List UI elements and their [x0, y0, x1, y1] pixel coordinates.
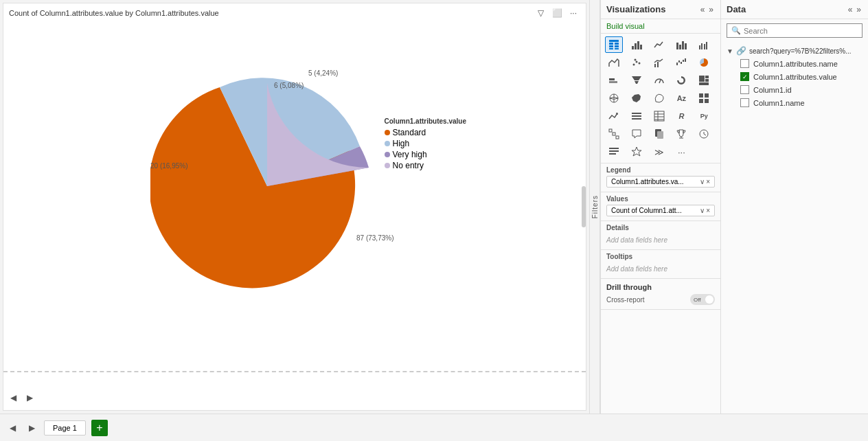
- viz-icon-gauge[interactable]: [650, 72, 668, 89]
- svg-point-21: [638, 63, 640, 65]
- viz-icon-area[interactable]: [605, 54, 623, 71]
- viz-icon-table[interactable]: [605, 36, 623, 53]
- tree-item-label-col1-attr-value: Column1.attributes.value: [753, 73, 837, 81]
- viz-tooltips-section: Tooltips Add data fields here: [601, 250, 720, 279]
- viz-icon-donut[interactable]: [672, 72, 690, 89]
- viz-icon-matrix[interactable]: [695, 90, 713, 106]
- viz-icon-more-visuals[interactable]: ···: [672, 144, 690, 160]
- svg-marker-33: [635, 81, 639, 84]
- search-input[interactable]: [744, 27, 858, 35]
- svg-line-34: [659, 80, 661, 83]
- viz-icon-chevrons[interactable]: ≫: [650, 144, 668, 160]
- checkbox-col1-attr-name[interactable]: [740, 59, 749, 68]
- viz-icon-map[interactable]: [605, 90, 623, 106]
- svg-point-22: [634, 59, 636, 61]
- bottom-nav-prev[interactable]: ◀: [5, 421, 19, 435]
- viz-icon-trophy[interactable]: [672, 126, 690, 142]
- values-chip[interactable]: Count of Column1.att... ∨ ×: [606, 205, 715, 216]
- label-high: 20 (16,95%): [150, 162, 187, 170]
- viz-icon-combo[interactable]: [650, 54, 668, 71]
- viz-icon-waterfall[interactable]: [672, 54, 690, 71]
- canvas-area: Count of Column1.attributes.value by Col…: [3, 3, 586, 411]
- viz-icon-qna[interactable]: [628, 126, 646, 142]
- tree-item-label-col1-attr-name: Column1.attributes.name: [753, 60, 838, 68]
- viz-icon-decomp[interactable]: [605, 126, 623, 142]
- bottom-nav-next[interactable]: ▶: [25, 421, 38, 435]
- legend-chip-dropdown[interactable]: ∨: [700, 178, 705, 185]
- legend-section-label: Legend: [606, 166, 715, 174]
- search-box[interactable]: 🔍: [727, 23, 863, 38]
- page-tab-1[interactable]: Page 1: [44, 420, 86, 436]
- viz-icon-narr[interactable]: [605, 144, 623, 160]
- add-page-button[interactable]: +: [91, 420, 108, 436]
- viz-icon-r[interactable]: R: [672, 108, 690, 124]
- tree-item-col1-attr-name[interactable]: Column1.attributes.name: [738, 57, 863, 70]
- svg-rect-4: [615, 45, 619, 47]
- viz-icon-shape-map[interactable]: [650, 90, 668, 106]
- legend-label-veryhigh: Very high: [393, 150, 427, 159]
- tree-item-col1-attr-value[interactable]: Column1.attributes.value: [738, 70, 863, 83]
- viz-icon-bar[interactable]: [628, 36, 646, 53]
- viz-icon-py[interactable]: Py: [695, 108, 713, 124]
- viz-panel-title: Visualizations: [606, 4, 665, 14]
- viz-icon-kpi[interactable]: [605, 108, 623, 124]
- viz-icon-stacked-bar[interactable]: [605, 72, 623, 89]
- tree-root[interactable]: ▼ 🔗 search?query=%7B%22filters%...: [727, 45, 863, 57]
- viz-icon-slicer[interactable]: [628, 108, 646, 124]
- svg-rect-36: [705, 76, 709, 78]
- cross-report-toggle[interactable]: Off: [690, 294, 715, 305]
- svg-rect-54: [609, 129, 612, 132]
- data-tree: ▼ 🔗 search?query=%7B%22filters%... Colum…: [721, 42, 868, 414]
- svg-rect-44: [699, 99, 703, 103]
- viz-icon-table2[interactable]: [650, 108, 668, 124]
- svg-rect-42: [699, 93, 703, 98]
- tooltips-section-label: Tooltips: [606, 253, 715, 260]
- viz-icon-column[interactable]: [672, 36, 690, 53]
- scroll-handle[interactable]: [582, 186, 586, 227]
- nav-prev[interactable]: ◀: [6, 391, 20, 405]
- viz-icon-scatter[interactable]: [628, 54, 646, 71]
- details-placeholder: Add data fields here: [606, 234, 715, 247]
- legend-item-high: High: [385, 139, 466, 148]
- details-section-label: Details: [606, 224, 715, 231]
- viz-icon-treemap[interactable]: [695, 72, 713, 89]
- legend-chip[interactable]: Column1.attributes.va... ∨ ×: [606, 176, 715, 188]
- data-panel: Data « » 🔍 ▼ 🔗 search?query=%7B%22filter…: [720, 0, 868, 414]
- legend-chip-close[interactable]: ×: [706, 178, 710, 185]
- checkbox-col1-id[interactable]: [740, 85, 749, 94]
- svg-rect-35: [699, 76, 705, 82]
- data-expand-icon[interactable]: «: [847, 5, 854, 14]
- values-chip-dropdown[interactable]: ∨: [700, 207, 705, 214]
- viz-icon-line[interactable]: [650, 36, 668, 53]
- viz-collapse-icon[interactable]: »: [707, 5, 715, 14]
- canvas-nav: ◀ ▶: [6, 391, 36, 405]
- legend-item-veryhigh: Very high: [385, 150, 466, 159]
- checkbox-col1-attr-value[interactable]: [740, 72, 749, 81]
- legend-label-high: High: [393, 139, 410, 148]
- svg-rect-45: [705, 99, 709, 103]
- svg-rect-9: [637, 41, 639, 49]
- svg-rect-12: [679, 45, 681, 49]
- viz-icon-az[interactable]: Az: [672, 90, 690, 106]
- svg-rect-14: [685, 43, 687, 49]
- viz-icon-pie[interactable]: [695, 54, 713, 71]
- viz-icon-metrics[interactable]: [695, 126, 713, 142]
- filters-panel[interactable]: Filters: [589, 0, 600, 414]
- label-standard: 87 (73,73%): [356, 234, 393, 242]
- viz-icon-smart[interactable]: [628, 144, 646, 160]
- viz-icon-filled-map[interactable]: [628, 90, 646, 106]
- values-chip-close[interactable]: ×: [706, 207, 710, 214]
- viz-icon-paginated[interactable]: [650, 126, 668, 142]
- nav-next[interactable]: ▶: [23, 391, 36, 405]
- legend-dot-noentry: [385, 163, 390, 168]
- legend-chip-text: Column1.attributes.va...: [611, 178, 684, 185]
- tree-item-col1-name[interactable]: Column1.name: [738, 96, 863, 109]
- svg-rect-1: [609, 43, 613, 45]
- tree-item-col1-id[interactable]: Column1.id: [738, 83, 863, 96]
- viz-icon-funnel[interactable]: [628, 72, 646, 89]
- checkbox-col1-name[interactable]: [740, 98, 749, 107]
- viz-icon-grouped-bar[interactable]: [695, 36, 713, 53]
- viz-expand-icon[interactable]: «: [699, 5, 707, 14]
- legend-label-noentry: No entry: [393, 161, 424, 170]
- data-collapse-icon[interactable]: »: [855, 5, 863, 14]
